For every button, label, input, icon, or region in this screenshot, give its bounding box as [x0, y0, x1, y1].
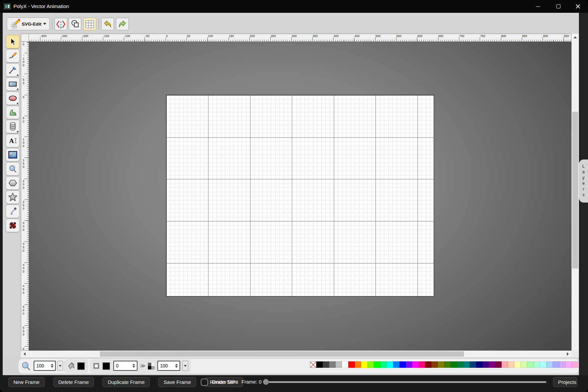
palette-swatch[interactable]	[527, 361, 534, 368]
opacity-input[interactable]: 100	[157, 361, 180, 371]
tool-rectangle-button[interactable]	[6, 77, 19, 91]
palette-swatch[interactable]	[419, 361, 425, 368]
palette-swatch[interactable]	[355, 361, 361, 368]
palette-swatch[interactable]	[329, 361, 336, 368]
palette-swatch[interactable]	[367, 361, 374, 368]
onion-skin-checkbox[interactable]	[201, 379, 208, 386]
palette-swatch[interactable]	[476, 361, 482, 368]
scroll-up-button[interactable]	[572, 34, 579, 41]
eyedropper-icon	[8, 207, 17, 216]
svg-edit-mode-button[interactable]: SVG-Edit	[7, 17, 50, 30]
palette-swatch[interactable]	[431, 361, 438, 368]
color-palette	[310, 361, 578, 368]
projects-button[interactable]: Projects	[553, 377, 577, 387]
svg-source-button[interactable]: s v g	[54, 18, 67, 30]
scroll-right-button[interactable]	[564, 351, 572, 357]
tool-star-button[interactable]	[6, 190, 19, 204]
undo-button[interactable]	[101, 18, 114, 30]
palette-swatch[interactable]	[495, 361, 502, 368]
opacity-dropdown[interactable]	[182, 361, 188, 371]
tool-pencil-button[interactable]	[6, 49, 19, 63]
ruler-label: 450	[22, 284, 25, 294]
palette-swatch[interactable]	[546, 361, 553, 368]
stroke-width-input[interactable]: 0	[113, 361, 138, 371]
palette-swatch[interactable]	[361, 361, 367, 368]
grid-button[interactable]	[83, 18, 96, 30]
close-button[interactable]	[570, 0, 586, 13]
palette-swatch[interactable]	[521, 361, 527, 368]
redo-button[interactable]	[116, 18, 129, 30]
stroke-color-swatch[interactable]	[103, 362, 110, 370]
tool-move-button[interactable]	[6, 219, 19, 232]
palette-swatch[interactable]	[482, 361, 489, 368]
palette-swatch[interactable]	[457, 361, 463, 368]
spinner-arrows-icon[interactable]	[51, 364, 55, 368]
palette-swatch[interactable]	[393, 361, 399, 368]
palette-swatch[interactable]	[380, 361, 387, 368]
ruler-label: -300	[40, 34, 46, 38]
tool-zoom-button[interactable]	[6, 162, 19, 176]
palette-swatch[interactable]	[565, 361, 572, 368]
tool-select-button[interactable]	[6, 35, 19, 48]
gradient-swatch-icon[interactable]	[148, 363, 155, 369]
layers-panel-tab[interactable]: Layers	[579, 159, 588, 203]
vertical-scrollbar[interactable]	[572, 34, 579, 357]
palette-swatch[interactable]	[572, 361, 578, 368]
palette-swatch[interactable]	[323, 361, 329, 368]
palette-swatch[interactable]	[342, 361, 348, 368]
drawing-canvas[interactable]	[166, 95, 434, 296]
duplicate-frame-button[interactable]: Duplicate Frame	[103, 377, 150, 387]
palette-swatch[interactable]	[444, 361, 450, 368]
stroke-style-more-button[interactable]: ≫	[140, 363, 146, 369]
palette-swatch[interactable]	[463, 361, 470, 368]
palette-swatch[interactable]	[450, 361, 457, 368]
palette-swatch[interactable]	[316, 361, 323, 368]
delete-frame-button[interactable]: Delete Frame	[53, 377, 94, 387]
tool-ellipse-button[interactable]	[6, 92, 19, 105]
palette-swatch[interactable]	[470, 361, 476, 368]
palette-swatch[interactable]	[534, 361, 540, 368]
palette-swatch[interactable]	[559, 361, 565, 368]
horizontal-scrollbar-thumb[interactable]	[100, 351, 464, 357]
palette-swatch[interactable]	[399, 361, 406, 368]
horizontal-scrollbar[interactable]	[21, 351, 572, 357]
shapes-button[interactable]	[69, 18, 81, 30]
tool-image-button[interactable]	[6, 148, 19, 162]
palette-swatch[interactable]	[553, 361, 559, 368]
spinner-arrows-icon[interactable]	[175, 364, 180, 368]
new-frame-button[interactable]: New Frame	[8, 377, 45, 387]
palette-swatch-none[interactable]	[310, 361, 316, 368]
palette-swatch[interactable]	[425, 361, 431, 368]
fill-color-swatch[interactable]	[77, 362, 85, 370]
maximize-button[interactable]	[551, 0, 566, 13]
tool-cylinder-button[interactable]	[6, 120, 19, 133]
zoom-preset-dropdown[interactable]	[57, 361, 63, 371]
frame-slider[interactable]	[266, 381, 546, 383]
palette-swatch[interactable]	[540, 361, 546, 368]
tool-path-button[interactable]	[6, 63, 19, 77]
tool-text-button[interactable]: A	[6, 134, 19, 147]
palette-swatch[interactable]	[406, 361, 412, 368]
palette-swatch[interactable]	[502, 361, 508, 368]
scroll-left-button[interactable]	[21, 351, 28, 357]
ruler-corner	[21, 34, 29, 42]
palette-swatch[interactable]	[387, 361, 393, 368]
palette-swatch[interactable]	[336, 361, 342, 368]
palette-swatch[interactable]	[374, 361, 380, 368]
palette-swatch[interactable]	[489, 361, 495, 368]
palette-swatch[interactable]	[412, 361, 419, 368]
palette-swatch[interactable]	[514, 361, 521, 368]
palette-swatch[interactable]	[508, 361, 514, 368]
palette-swatch[interactable]	[438, 361, 444, 368]
save-frame-button[interactable]: Save Frame	[158, 377, 196, 387]
tool-hexagon-button[interactable]	[6, 176, 19, 190]
palette-swatch[interactable]	[348, 361, 355, 368]
tool-eyedropper-button[interactable]	[6, 205, 19, 218]
spinner-arrows-icon[interactable]	[132, 364, 137, 368]
frame-slider-thumb[interactable]	[263, 379, 269, 385]
zoom-level-input[interactable]: 100	[34, 361, 56, 371]
vertical-scrollbar-thumb[interactable]	[572, 112, 578, 269]
workspace	[29, 42, 572, 351]
minimize-button[interactable]	[530, 0, 546, 13]
tool-polygon-button[interactable]	[6, 106, 19, 119]
